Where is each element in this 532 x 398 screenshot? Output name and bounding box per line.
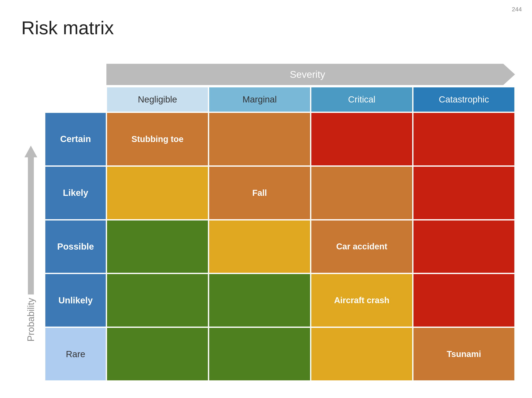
row-rare: Tsunami: [106, 327, 515, 381]
header-critical: Critical: [311, 87, 413, 112]
header-catastrophic: Catastrophic: [413, 87, 515, 112]
cell-unlikely-marginal: [209, 274, 311, 327]
probability-arrow: [25, 146, 37, 294]
cell-possible-negligible: [106, 220, 209, 274]
row-label-unlikely: Unlikely: [45, 274, 106, 327]
cell-likely-critical: [311, 166, 413, 220]
cell-unlikely-negligible: [106, 274, 209, 327]
cell-possible-catastrophic: [413, 220, 515, 274]
cell-likely-negligible: [106, 166, 209, 220]
header-negligible: Negligible: [106, 87, 209, 112]
cell-certain-marginal: [209, 112, 311, 166]
cell-rare-negligible: [106, 327, 209, 381]
row-possible: Car accident: [106, 220, 515, 274]
cell-possible-critical: Car accident: [311, 220, 413, 274]
page-number: 244: [512, 6, 522, 13]
row-label-rare: Rare: [45, 327, 106, 381]
cell-unlikely-catastrophic: [413, 274, 515, 327]
cell-certain-critical: [311, 112, 413, 166]
cell-rare-catastrophic: Tsunami: [413, 327, 515, 381]
row-unlikely: Aircraft crash: [106, 274, 515, 327]
cell-rare-marginal: [209, 327, 311, 381]
row-label-likely: Likely: [45, 166, 106, 220]
row-label-possible: Possible: [45, 220, 106, 274]
data-rows: Stubbing toe: [106, 112, 515, 381]
cell-rare-critical: [311, 327, 413, 381]
row-label-certain: Certain: [45, 112, 106, 166]
row-likely: Fall: [106, 166, 515, 220]
cell-possible-marginal: [209, 220, 311, 274]
cell-unlikely-critical: Aircraft crash: [311, 274, 413, 327]
row-certain: Stubbing toe: [106, 112, 515, 166]
header-marginal: Marginal: [209, 87, 311, 112]
cell-certain-catastrophic: [413, 112, 515, 166]
page-title: Risk matrix: [21, 17, 114, 39]
cell-certain-negligible: Stubbing toe: [106, 112, 209, 166]
severity-label: Severity: [290, 69, 332, 80]
cell-likely-marginal: Fall: [209, 166, 311, 220]
severity-arrow: Severity: [106, 64, 515, 85]
cell-likely-catastrophic: [413, 166, 515, 220]
probability-label: Probability: [25, 298, 36, 342]
